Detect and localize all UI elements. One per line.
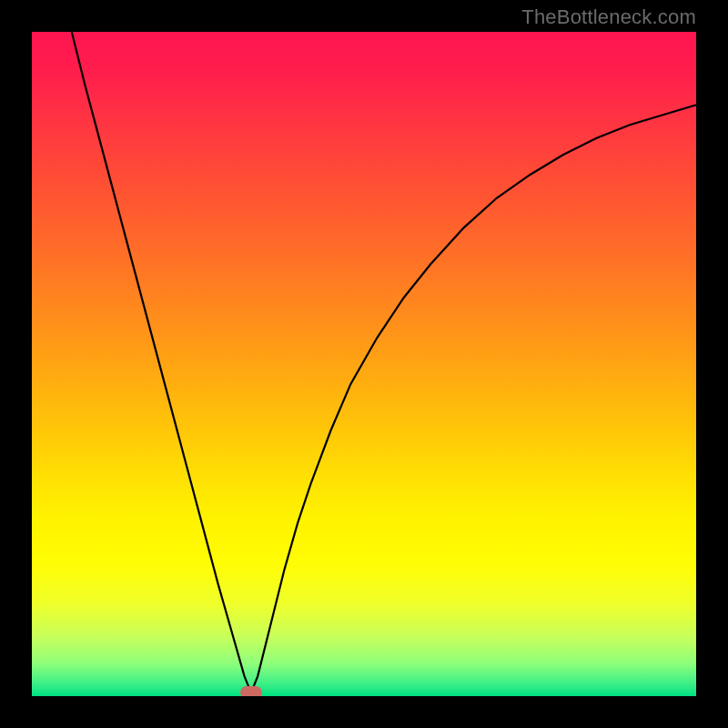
curve-left-branch bbox=[72, 32, 251, 693]
plot-area bbox=[32, 32, 696, 696]
curve-svg bbox=[32, 32, 696, 696]
minimum-marker bbox=[240, 686, 262, 696]
curve-right-branch bbox=[251, 105, 696, 693]
watermark-text: TheBottleneck.com bbox=[521, 5, 696, 29]
chart-frame: TheBottleneck.com bbox=[0, 0, 728, 728]
